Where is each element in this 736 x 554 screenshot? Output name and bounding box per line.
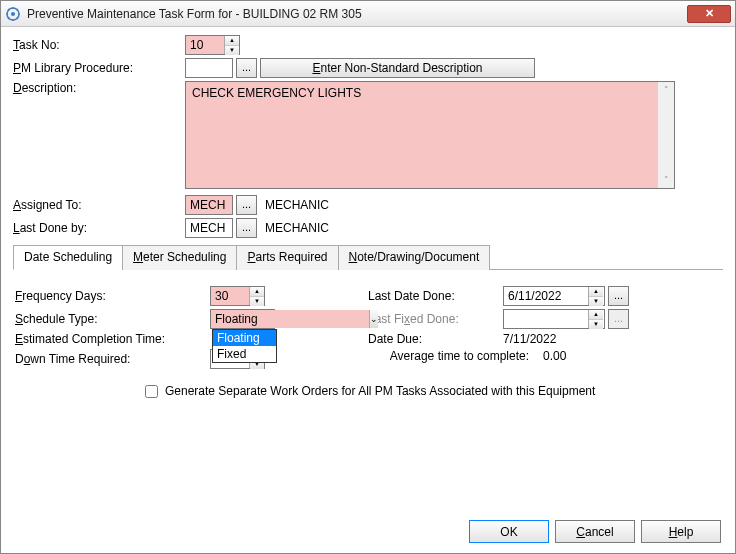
assigned-to-input[interactable] [185,195,233,215]
tab-date-scheduling[interactable]: Date Scheduling [13,245,123,270]
tab-parts-required[interactable]: Parts Required [236,245,338,270]
description-textarea[interactable]: CHECK EMERGENCY LIGHTS [185,81,675,189]
help-button[interactable]: Help [641,520,721,543]
scroll-up-icon[interactable]: ˄ [658,82,674,98]
app-icon [5,6,21,22]
assigned-to-browse-button[interactable]: ... [236,195,257,215]
last-done-by-name: MECHANIC [265,221,329,235]
pm-library-label: PM Library Procedure: [13,61,185,75]
tab-note-drawing-document[interactable]: Note/Drawing/Document [338,245,491,270]
generate-separate-wo-checkbox[interactable]: Generate Separate Work Orders for All PM… [141,384,596,398]
description-label: Description: [13,81,185,95]
tab-meter-scheduling[interactable]: Meter Scheduling [122,245,237,270]
nonstd-description-button[interactable]: EEnter Non-Standard Descriptionnter Non-… [260,58,535,78]
spinner-arrows: ▲▼ [588,310,603,328]
last-done-by-browse-button[interactable]: ... [236,218,257,238]
task-no-spinner[interactable]: ▲▼ [185,35,240,55]
ok-button[interactable]: OK [469,520,549,543]
generate-separate-wo-label: Generate Separate Work Orders for All PM… [165,384,595,398]
svg-point-1 [11,12,15,16]
last-date-done-browse-button[interactable]: ... [608,286,629,306]
avg-time-label: Average time to complete: [368,349,543,363]
spinner-arrows[interactable]: ▲▼ [249,287,264,305]
date-due-value: 7/11/2022 [503,332,556,346]
schedule-type-combo[interactable]: ⌄ [210,309,275,329]
close-button[interactable]: ✕ [687,5,731,23]
last-fixed-done-input [504,310,588,328]
schedule-type-option-floating[interactable]: Floating [213,330,276,346]
schedule-type-dropdown[interactable]: Floating Fixed [212,329,277,363]
chevron-down-icon[interactable]: ⌄ [369,310,378,328]
window-title: Preventive Maintenance Task Form for - B… [27,7,687,21]
last-date-done-label: Last Date Done: [368,289,503,303]
last-fixed-done-field: ▲▼ [503,309,605,329]
description-scrollbar[interactable]: ˄ ˅ [658,82,674,188]
assigned-to-name: MECHANIC [265,198,329,212]
tab-strip: Date Scheduling Meter Scheduling Parts R… [13,244,723,270]
frequency-days-input[interactable] [211,287,249,305]
task-no-input[interactable] [186,36,224,54]
spinner-arrows[interactable]: ▲▼ [588,287,603,305]
frequency-days-label: Frequency Days: [15,289,210,303]
last-date-done-input[interactable] [504,287,588,305]
last-date-done-field[interactable]: ▲▼ [503,286,605,306]
avg-time-value: 0.00 [543,349,566,363]
schedule-type-input[interactable] [211,310,369,328]
spinner-arrows[interactable]: ▲▼ [224,36,239,54]
schedule-type-option-fixed[interactable]: Fixed [213,346,276,362]
last-done-by-input[interactable] [185,218,233,238]
frequency-days-spinner[interactable]: ▲▼ [210,286,265,306]
scroll-down-icon[interactable]: ˅ [658,172,674,188]
dialog-footer: OK Cancel Help Cancel Help [469,520,721,543]
generate-separate-wo-input[interactable] [145,385,158,398]
down-time-label: Down Time Required: [15,352,210,366]
est-completion-label: Estimated Completion Time: [15,332,210,346]
task-no-label: Task No: [13,38,185,52]
pm-library-browse-button[interactable]: ... [236,58,257,78]
last-fixed-done-browse-button: ... [608,309,629,329]
pm-library-input[interactable] [185,58,233,78]
cancel-button[interactable]: Cancel [555,520,635,543]
last-fixed-done-label: Last Fixed Done: [368,312,503,326]
titlebar: Preventive Maintenance Task Form for - B… [1,1,735,27]
date-due-label: Date Due: [368,332,503,346]
schedule-type-label: Schedule Type: [15,312,210,326]
last-done-by-label: Last Done by: [13,221,185,235]
assigned-to-label: Assigned To: [13,198,185,212]
